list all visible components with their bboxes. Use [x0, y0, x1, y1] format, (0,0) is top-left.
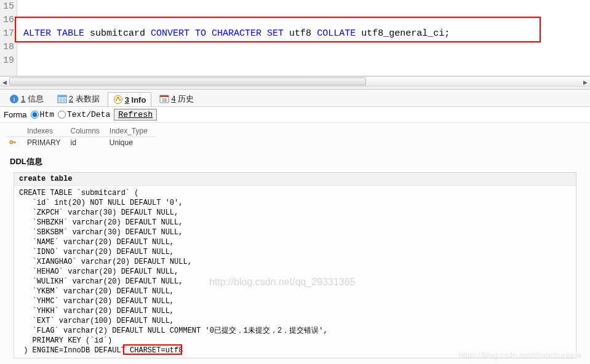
svg-text:i: i [13, 95, 15, 103]
results-panel: i 1 信息 2 表数据 3 Info 18 4 历史 Forma Htm Te… [0, 90, 590, 364]
tab-tabledata[interactable]: 2 表数据 [52, 91, 105, 106]
scroll-left-arrow-icon[interactable]: ◀ [0, 77, 9, 87]
cell-index-name: PRIMARY [25, 137, 68, 149]
radio-input[interactable] [31, 111, 39, 119]
scroll-right-arrow-icon[interactable]: ▶ [581, 77, 590, 87]
editor-gutter: 15 16 17 18 19 [0, 0, 17, 76]
editor-horizontal-scrollbar[interactable]: ◀ ▶ [0, 76, 590, 87]
ddl-header: create table [14, 173, 576, 186]
index-table: Indexes Columns Index_Type PRIMARY id Un… [6, 125, 155, 149]
info-blue-icon: i [9, 94, 19, 104]
svg-rect-18 [15, 141, 15, 143]
col-indexes: Indexes [25, 125, 68, 137]
sql-identifier: utf8_general_ci [356, 28, 444, 39]
svg-point-10 [116, 100, 117, 101]
tab-label: 历史 [176, 94, 194, 103]
svg-point-11 [119, 100, 121, 101]
radio-label: Htm [40, 110, 54, 119]
svg-point-9 [118, 97, 119, 98]
sql-editor: 15 16 17 18 19 ALTER TABLE submitcard CO… [0, 0, 590, 76]
table-header-row: Indexes Columns Index_Type [6, 125, 155, 137]
tab-messages[interactable]: i 1 信息 [4, 91, 49, 106]
tab-accelerator: 3 [125, 95, 129, 105]
info-badge-icon [113, 95, 123, 105]
sql-terminator: ; [444, 28, 450, 39]
table-row[interactable]: PRIMARY id Unique [6, 137, 155, 149]
primary-key-icon [9, 139, 17, 148]
tab-label: Info [129, 95, 146, 105]
radio-input[interactable] [58, 111, 66, 119]
ddl-body[interactable]: CREATE TABLE `submitcard` ( `id` int(20)… [14, 186, 576, 358]
charset-highlight-box [123, 344, 182, 355]
line-number: 18 [0, 41, 14, 54]
sql-identifier: submitcard [84, 28, 151, 39]
sql-keyword: COLLATE [317, 28, 356, 39]
tab-info[interactable]: 3 Info [108, 92, 152, 106]
tab-label: 表数据 [73, 94, 100, 103]
line-number: 16 [0, 14, 14, 27]
results-tab-bar: i 1 信息 2 表数据 3 Info 18 4 历史 [0, 90, 590, 107]
line-number: 19 [0, 54, 14, 68]
tab-history[interactable]: 18 4 历史 [154, 91, 199, 106]
ddl-section-title: DDL信息 [10, 156, 584, 167]
sql-identifier: utf8 [284, 28, 317, 39]
svg-point-16 [10, 141, 12, 143]
editor-code-area[interactable]: ALTER TABLE submitcard CONVERT TO CHARAC… [17, 0, 590, 76]
table-icon [57, 94, 67, 104]
svg-text:18: 18 [162, 98, 167, 102]
ddl-box: create table CREATE TABLE `submitcard` (… [14, 172, 576, 358]
tab-label: 信息 [25, 94, 44, 103]
sql-keyword: CONVERT TO CHARACTER SET [151, 28, 284, 39]
calendar-icon: 18 [159, 94, 169, 104]
format-label: Forma [4, 110, 27, 119]
col-indextype: Index_Type [107, 125, 155, 137]
info-content: Indexes Columns Index_Type PRIMARY id Un… [0, 123, 590, 361]
cell-index-columns: id [68, 137, 106, 149]
line-number: 15 [0, 0, 14, 14]
sql-statement[interactable]: ALTER TABLE submitcard CONVERT TO CHARAC… [23, 27, 590, 41]
svg-rect-3 [58, 95, 66, 97]
radio-label: Text/Deta [67, 110, 110, 119]
scroll-thumb[interactable] [9, 77, 366, 85]
col-columns: Columns [68, 125, 106, 137]
format-toolbar: Forma Htm Text/Deta Refresh [0, 107, 590, 123]
svg-rect-13 [160, 95, 169, 97]
tab-accelerator: 4 [171, 94, 175, 103]
format-text-radio[interactable]: Text/Deta [58, 110, 110, 119]
cell-index-type: Unique [107, 137, 155, 149]
tab-accelerator: 2 [69, 94, 73, 103]
line-number: 17 [0, 27, 14, 41]
sql-keyword: ALTER TABLE [23, 28, 84, 39]
refresh-button[interactable]: Refresh [114, 109, 157, 121]
format-html-radio[interactable]: Htm [31, 110, 54, 119]
